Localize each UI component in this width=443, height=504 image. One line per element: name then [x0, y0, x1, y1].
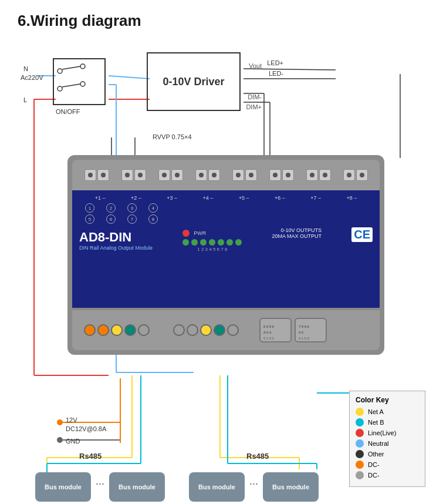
color-dot-net-a	[356, 408, 364, 416]
indicator-1: 1	[85, 203, 94, 213]
wiring-diagram: N Ac220V L ON/OFF 0-10V Driver Vout LED+…	[18, 41, 425, 504]
green-led-5	[218, 239, 224, 246]
led-minus-label: LED-	[269, 70, 283, 77]
color-dot-dc-gray	[356, 471, 364, 479]
label-l: L	[23, 96, 27, 103]
svg-point-34	[57, 437, 63, 443]
indicator-5: 5	[85, 214, 94, 224]
color-label-dc-gray: DC-	[368, 472, 380, 479]
pwr-indicator	[182, 230, 190, 237]
left-connector	[84, 324, 150, 336]
svg-point-37	[58, 69, 62, 73]
color-key-other: Other	[356, 450, 419, 458]
output-info-2: 20MA MAX OUTPUT	[272, 233, 322, 239]
bus-module-1: Bus module	[35, 472, 91, 502]
green-led-1	[182, 239, 189, 246]
green-led-3	[200, 239, 207, 246]
switch-label: ON/OFF	[56, 108, 80, 115]
color-dot-dc-orange	[356, 461, 364, 469]
bus-module-4: Bus module	[263, 472, 319, 502]
svg-text:0 1 0 3: 0 1 0 3	[263, 337, 274, 340]
device-name: AD8-DIN	[79, 230, 153, 245]
indicator-4: 4	[148, 203, 158, 213]
color-label-neutral: Neutral	[368, 440, 388, 447]
color-label-dc-orange: DC-	[368, 461, 380, 468]
color-dot-net-b	[356, 418, 364, 426]
svg-text:7 8 9 A: 7 8 9 A	[299, 325, 309, 328]
dots-1: ···	[96, 478, 104, 490]
device-subtitle: DIN Rail Analog Output Module	[79, 245, 153, 251]
label-gnd: GND	[66, 438, 80, 445]
bus-module-3: Bus module	[189, 472, 245, 502]
green-led-2	[191, 239, 198, 246]
color-label-net-b: Net B	[368, 419, 384, 426]
page-title: 6.Wiring diagram	[18, 12, 425, 30]
right-connector-1: 6 9 8 9 A 0 3 0 1 0 3	[259, 318, 292, 342]
svg-line-38	[62, 66, 80, 69]
channel-labels: +1 – +2 – +3 – +4 – +5 – +6 – +7 – +8 –	[79, 195, 373, 201]
svg-point-39	[80, 64, 85, 69]
svg-line-2	[109, 76, 150, 79]
color-key-neutral: Neutral	[356, 439, 419, 448]
svg-text:0 5: 0 5	[299, 331, 304, 334]
ce-mark: CE	[351, 227, 373, 242]
svg-text:A 0 3: A 0 3	[263, 331, 271, 334]
color-dot-other	[356, 450, 364, 458]
green-led-6	[226, 239, 233, 246]
right-connector-2: 7 8 9 A 0 5 0 1 0 3	[295, 318, 327, 342]
label-12v: 12V	[66, 416, 77, 424]
svg-text:6 9 8 9: 6 9 8 9	[263, 325, 274, 328]
color-label-net-a: Net A	[368, 408, 384, 415]
indicator-8: 8	[148, 214, 158, 224]
terminal-strip-bottom: 6 9 8 9 A 0 3 0 1 0 3 7 8 9 A 0 5 0 1 0 …	[72, 310, 380, 350]
indicator-7: 7	[127, 214, 137, 224]
output-info-1: 0-10V OUTPUTS	[272, 227, 322, 233]
middle-connector	[173, 324, 239, 336]
color-key: Color Key Net A Net B Line(Live) Neutral…	[349, 391, 425, 487]
dots-2: ···	[249, 478, 258, 490]
svg-text:0 1 0 3: 0 1 0 3	[299, 337, 309, 340]
color-key-dc-orange: DC-	[356, 461, 419, 469]
green-led-4	[209, 239, 215, 246]
dim-plus-label: DIM+	[246, 103, 262, 110]
bus-module-2: Bus module	[109, 472, 165, 502]
svg-point-32	[57, 419, 63, 425]
dim-minus-label: DIM-	[248, 93, 262, 100]
color-key-title: Color Key	[356, 396, 419, 404]
pwr-label: PWR	[194, 230, 206, 236]
color-label-live: Line(Live)	[368, 429, 396, 436]
indicator-3: 3	[127, 203, 137, 213]
rs485-right: Rs485	[246, 452, 269, 461]
green-led-7	[235, 239, 242, 246]
color-key-live: Line(Live)	[356, 429, 419, 437]
color-key-net-b: Net B	[356, 418, 419, 426]
color-label-other: Other	[368, 451, 384, 458]
indicator-2: 2	[106, 203, 116, 213]
rvvp-label: RVVP 0.75×4	[153, 133, 192, 140]
label-n: N	[23, 65, 28, 72]
bus-modules-row: Bus module ··· Bus module Bus module ···…	[35, 472, 319, 502]
indicator-6: 6	[106, 214, 116, 224]
switch-box	[53, 58, 106, 105]
driver-label: 0-10V Driver	[163, 76, 224, 88]
rs485-left: Rs485	[79, 452, 102, 461]
svg-point-42	[80, 82, 85, 86]
svg-point-40	[58, 86, 62, 91]
led-plus-label: LED+	[267, 59, 283, 66]
driver-box: 0-10V Driver Vout LED+ LED- DIM- DIM+	[147, 52, 241, 111]
terminal-strip-top	[72, 160, 380, 190]
color-dot-neutral	[356, 439, 364, 448]
color-key-dc-gray: DC-	[356, 471, 419, 479]
label-ac: Ac220V	[21, 74, 43, 81]
label-dc12: DC12V@0.8A	[66, 425, 106, 432]
svg-line-41	[62, 84, 80, 87]
color-dot-live	[356, 429, 364, 437]
device-box: +1 – +2 – +3 – +4 – +5 – +6 – +7 – +8 – …	[67, 155, 384, 355]
blue-panel: +1 – +2 – +3 – +4 – +5 – +6 – +7 – +8 – …	[72, 190, 380, 308]
color-key-net-a: Net A	[356, 408, 419, 416]
vout-label: Vout	[249, 62, 262, 69]
